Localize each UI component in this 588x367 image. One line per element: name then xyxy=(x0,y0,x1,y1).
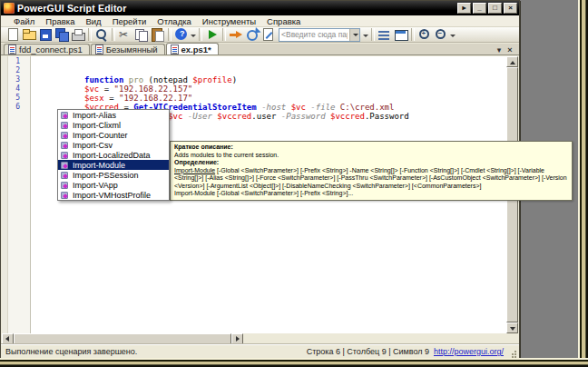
import-module-link[interactable]: Import-Module xyxy=(174,167,215,174)
help-button[interactable] xyxy=(173,27,190,42)
horizontal-scrollbar[interactable] xyxy=(2,333,508,344)
cmdlet-icon xyxy=(60,121,70,130)
run-in-console-button[interactable] xyxy=(228,27,244,42)
help-tooltip: Краткое описание: Adds modules to the cu… xyxy=(170,141,573,201)
scroll-left-button[interactable] xyxy=(2,333,14,344)
console-output-button[interactable] xyxy=(377,27,393,42)
code-line: 5 Connect-VIServer $vc -User $vccred.use… xyxy=(2,94,508,103)
maximize-button[interactable]: □ xyxy=(488,3,502,14)
ac-import-alias[interactable]: Import-Alias xyxy=(58,110,169,120)
save-all-button[interactable] xyxy=(54,27,70,42)
minimize-button[interactable]: _ xyxy=(473,3,486,14)
menu-go[interactable]: Перейти xyxy=(107,16,152,26)
app-icon xyxy=(4,3,15,14)
ac-import-counter[interactable]: Import-Counter xyxy=(58,130,169,140)
document-icon xyxy=(171,45,179,55)
ac-import-pssession[interactable]: Import-PSSession xyxy=(58,170,169,180)
zoom-out-button[interactable] xyxy=(433,27,449,42)
print-button[interactable] xyxy=(70,27,86,42)
help-overflow-button[interactable] xyxy=(190,27,197,42)
toolbar-group-right xyxy=(362,27,456,42)
autocomplete-label: Import-VMHostProfile xyxy=(73,191,151,200)
title-buttons: ▸_□× xyxy=(457,3,517,14)
zoom-overflow-button[interactable] xyxy=(449,27,456,42)
menu-file[interactable]: Файл xyxy=(8,16,40,26)
separator xyxy=(371,28,375,41)
cmdlet-icon xyxy=(60,181,70,190)
paste-button[interactable] xyxy=(150,27,166,42)
tab-close-button[interactable]: × xyxy=(505,45,515,55)
open-file-button[interactable] xyxy=(21,27,37,42)
run-params-combo[interactable] xyxy=(279,28,360,42)
separator xyxy=(411,28,415,41)
ac-import-clixml[interactable]: Import-Clixml xyxy=(58,120,169,130)
params-overflow-button[interactable] xyxy=(362,27,369,42)
ac-import-vmhostprofile[interactable]: Import-VMHostProfile xyxy=(58,190,169,200)
powershell-console-button[interactable] xyxy=(393,27,409,42)
run-params-input[interactable] xyxy=(279,30,349,39)
tab-list-dropdown[interactable]: ▾ xyxy=(494,45,505,55)
cmdlet-icon xyxy=(60,191,70,200)
run-button[interactable] xyxy=(204,27,220,42)
code-text: $vccred = Get-VICredentialStoreItem -hos… xyxy=(25,84,394,94)
code-line: 4 $vccred = Get-VICredentialStoreItem -h… xyxy=(2,84,508,94)
autocomplete-label: Import-PSSession xyxy=(73,171,139,180)
cut-button[interactable] xyxy=(117,27,133,42)
menu-debug[interactable]: Отладка xyxy=(152,16,197,26)
zoom-in-button[interactable] xyxy=(416,27,433,42)
cmdlet-icon xyxy=(60,131,70,140)
ac-import-localizeddata[interactable]: Import-LocalizedData xyxy=(58,150,169,160)
scroll-down-button[interactable] xyxy=(506,322,518,333)
tab-strip: fdd_connect.ps1 Безымянный ex.ps1* ▾ × xyxy=(1,44,519,55)
tooltip-summary-label: Краткое описание: xyxy=(174,144,568,152)
powergui-link[interactable]: http://powergui.org/ xyxy=(434,347,504,356)
status-message: Выполнение сценария завершено. xyxy=(5,347,137,356)
ac-import-vapp[interactable]: Import-VApp xyxy=(58,180,169,190)
close-button[interactable]: × xyxy=(504,3,517,14)
tab-ex-ps1[interactable]: ex.ps1* xyxy=(166,43,219,55)
menu-view[interactable]: Вид xyxy=(80,16,106,26)
menu-help[interactable]: Справка xyxy=(261,16,306,26)
status-bar: Выполнение сценария завершено. Строка 6 … xyxy=(1,344,519,358)
scroll-right-button[interactable] xyxy=(231,333,243,344)
line-number: 6 xyxy=(2,103,25,112)
menu-bar: ФайлПравкаВидПерейтиОтладкаИнструментыСп… xyxy=(1,15,519,27)
menu-tools[interactable]: Инструменты xyxy=(197,16,261,26)
horizontal-scroll-thumb[interactable] xyxy=(14,333,231,344)
window-title: PowerGUI Script Editor xyxy=(17,3,127,14)
ac-import-module[interactable]: Import-Module xyxy=(58,160,169,170)
tabs: fdd_connect.ps1 Безымянный ex.ps1* xyxy=(4,43,219,55)
tab-untitled[interactable]: Безымянный xyxy=(91,44,165,55)
title-bar[interactable]: PowerGUI Script Editor ▸_□× xyxy=(1,1,519,15)
window-extra-button[interactable]: ▸ xyxy=(457,3,471,14)
autocomplete-label: Import-LocalizedData xyxy=(73,151,151,160)
code-line: 2 $vc = "192.168.22.157" xyxy=(2,66,508,75)
toolbar-group-left xyxy=(5,27,277,42)
code-text: Connect-VIServer $vc -User $vccred.user … xyxy=(25,94,409,103)
script-editor-button[interactable] xyxy=(260,27,277,42)
separator xyxy=(199,28,202,41)
cmdlet-icon xyxy=(60,141,70,150)
debug-button[interactable] xyxy=(244,27,260,42)
tab-label: ex.ps1* xyxy=(181,45,211,55)
autocomplete-label: Import-Module xyxy=(73,161,125,170)
autocomplete-label: Import-Clixml xyxy=(73,121,121,130)
code-line: 1 function pro (notepad $profile) xyxy=(2,57,508,66)
page-background: PowerGUI Script Editor ▸_□× ФайлПравкаВи… xyxy=(0,0,588,367)
save-button[interactable] xyxy=(37,27,54,42)
tab-fdd-connect-ps1[interactable]: fdd_connect.ps1 xyxy=(4,44,90,55)
autocomplete-label: Import-Csv xyxy=(73,141,113,150)
decorative-frame-right xyxy=(578,0,588,367)
scroll-up-button[interactable] xyxy=(506,56,518,67)
line-number: 5 xyxy=(2,94,25,103)
line-number: 2 xyxy=(2,66,25,75)
new-file-button[interactable] xyxy=(5,27,21,42)
cmdlet-icon xyxy=(60,161,70,170)
ac-import-csv[interactable]: Import-Csv xyxy=(58,140,169,150)
copy-button[interactable] xyxy=(133,27,150,42)
resize-grip[interactable] xyxy=(508,347,517,356)
combo-dropdown-icon[interactable] xyxy=(349,29,359,41)
menu-edit[interactable]: Правка xyxy=(40,16,80,26)
tooltip-definition-rest: [-Global <SwitchParameter>] [-Prefix <St… xyxy=(174,167,567,189)
find-button[interactable] xyxy=(93,27,110,42)
